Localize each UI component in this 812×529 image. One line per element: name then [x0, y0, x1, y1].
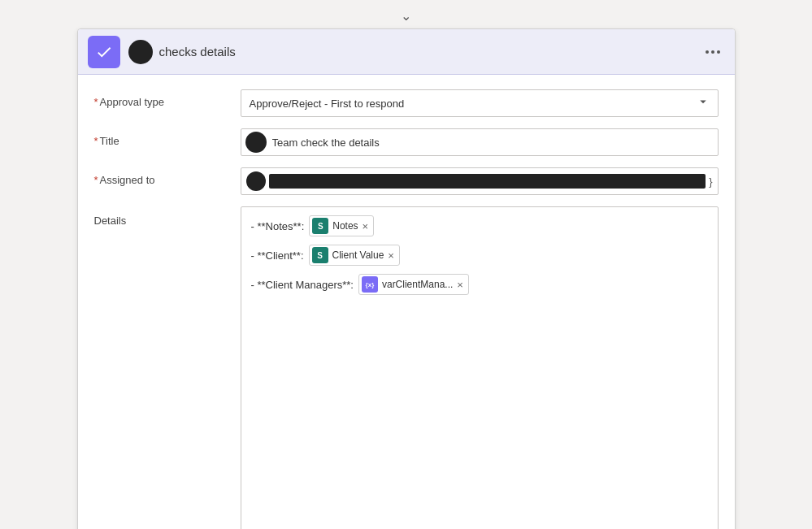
approval-type-select-wrapper: Approve/Reject - First to respond [241, 89, 719, 117]
client-prefix: - **Client**: [251, 249, 304, 262]
client-chip-close[interactable]: × [388, 250, 394, 261]
card-body: * Approval type Approve/Reject - First t… [78, 75, 735, 529]
approval-type-select[interactable]: Approve/Reject - First to respond [241, 89, 719, 117]
dot3 [717, 50, 720, 54]
notes-prefix: - **Notes**: [251, 220, 305, 232]
dot2 [711, 50, 714, 54]
client-chip-label: Client Value [332, 249, 384, 261]
client-managers-chip-label: varClientMana... [382, 279, 453, 290]
avatar [128, 40, 153, 64]
card-header: checks details [78, 29, 735, 75]
details-client-row: - **Client**: S Client Value × [251, 245, 708, 266]
card-title: checks details [159, 45, 701, 59]
required-star-assigned: * [94, 174, 98, 186]
details-row: Details - **Notes**: S Notes × - * [94, 206, 719, 529]
notes-chip-close[interactable]: × [363, 221, 369, 232]
client-managers-chip: {x} varClientMana... × [358, 274, 469, 295]
client-managers-chip-icon: {x} [362, 276, 378, 293]
title-avatar [245, 132, 267, 153]
assigned-bracket: } [709, 176, 712, 188]
required-star-title: * [94, 135, 98, 147]
required-star: * [94, 96, 98, 108]
title-row: * Title [94, 128, 719, 156]
assigned-to-row: * Assigned to } [94, 167, 719, 195]
more-options-button[interactable] [701, 47, 725, 57]
dot1 [706, 50, 709, 54]
assigned-value [269, 174, 706, 189]
client-chip: S Client Value × [309, 245, 400, 266]
notes-chip-label: Notes [332, 220, 358, 232]
notes-chip-icon: S [312, 218, 328, 234]
card-container: checks details * Approval type Approve/R… [77, 28, 736, 529]
assigned-to-label: * Assigned to [94, 167, 241, 186]
approval-type-row: * Approval type Approve/Reject - First t… [94, 89, 719, 117]
details-client-managers-row: - **Client Managers**: {x} varClientMana… [251, 274, 708, 295]
flow-connector-chevron: ⌄ [401, 8, 411, 24]
assigned-to-field[interactable]: } [241, 167, 719, 195]
approval-type-label: * Approval type [94, 89, 241, 108]
client-managers-chip-close[interactable]: × [457, 280, 463, 290]
approval-type-value: Approve/Reject - First to respond [250, 98, 405, 110]
card-icon [88, 36, 120, 68]
details-notes-row: - **Notes**: S Notes × [251, 215, 708, 236]
assigned-avatar [246, 171, 266, 191]
details-area[interactable]: - **Notes**: S Notes × - **Client**: S C… [241, 206, 719, 529]
notes-chip: S Notes × [309, 215, 374, 236]
details-label: Details [94, 206, 241, 227]
title-input[interactable] [241, 128, 719, 156]
approval-icon [95, 43, 113, 61]
client-managers-prefix: - **Client Managers**: [251, 279, 354, 291]
client-chip-icon: S [312, 247, 328, 263]
title-label: * Title [94, 128, 241, 147]
